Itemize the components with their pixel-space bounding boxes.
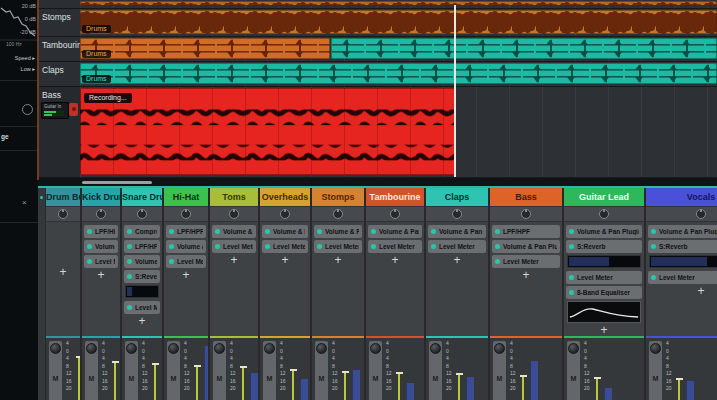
plugin-enabled-dot[interactable] — [317, 229, 322, 234]
track-lane-claps[interactable]: Drums — [80, 62, 717, 87]
add-plugin-button[interactable]: + — [84, 270, 118, 282]
channel-name[interactable]: Tambourine — [366, 188, 424, 206]
add-plugin-button[interactable]: + — [124, 316, 160, 328]
plugin-chip[interactable]: Volume & Pan Plugin — [566, 225, 642, 238]
plugin-enabled-dot[interactable] — [651, 275, 656, 280]
volume-fader[interactable] — [522, 376, 524, 400]
mixer-channel-snare-drum[interactable]: Snare DrumCompressorLPF/HPFVolume & Pan … — [122, 188, 162, 400]
fader-handle[interactable] — [456, 373, 463, 375]
plugin-chip[interactable]: Level Meter — [212, 240, 256, 253]
plugin-chip[interactable]: Volume & Pan Plugin — [212, 225, 256, 238]
plugin-enabled-dot[interactable] — [169, 244, 174, 249]
volume-fader[interactable] — [292, 370, 294, 400]
channel-name[interactable]: Overheads — [260, 188, 310, 206]
plugin-chip[interactable]: Level Meter — [566, 271, 642, 284]
channel-name[interactable]: Drum Bus — [46, 188, 80, 206]
channel-knob-row[interactable] — [164, 206, 208, 222]
pan-knob[interactable] — [568, 343, 579, 354]
plugin-enabled-dot[interactable] — [169, 259, 174, 264]
plugin-chip[interactable]: LPF/HPF — [492, 225, 560, 238]
plugin-enabled-dot[interactable] — [371, 244, 376, 249]
channel-name[interactable]: Bass — [490, 188, 562, 206]
add-plugin-button[interactable]: + — [492, 270, 560, 282]
scrollbar-handle[interactable] — [82, 181, 152, 184]
plugin-enabled-dot[interactable] — [371, 229, 376, 234]
param-row-low[interactable]: Low ▸ — [21, 66, 35, 72]
param-row-speed[interactable]: Speed ▸ — [15, 55, 35, 61]
add-plugin-button[interactable]: + — [262, 255, 308, 267]
pan-knob-icon[interactable] — [137, 209, 147, 219]
plugin-enabled-dot[interactable] — [215, 244, 220, 249]
mixer-channel-bass[interactable]: BassLPF/HPFVolume & Pan PluginLevel Mete… — [490, 188, 562, 400]
mute-button[interactable]: M — [49, 375, 62, 382]
add-plugin-button[interactable]: + — [648, 286, 717, 298]
pan-knob[interactable] — [430, 343, 441, 354]
fader-handle[interactable] — [594, 377, 601, 379]
fader-handle[interactable] — [194, 365, 201, 367]
fader-handle[interactable] — [240, 366, 247, 368]
channel-knob-row[interactable] — [564, 206, 644, 222]
track-lane-partial[interactable] — [80, 0, 717, 9]
channel-name[interactable]: Vocals — [646, 188, 717, 206]
mute-button[interactable]: M — [315, 375, 328, 382]
channel-name[interactable]: Snare Drum — [122, 188, 162, 206]
channel-knob-row[interactable] — [210, 206, 258, 222]
mute-button[interactable]: M — [429, 375, 442, 382]
plugin-chip[interactable]: S:Reverb — [566, 240, 642, 253]
channel-knob-row[interactable] — [490, 206, 562, 222]
plugin-enabled-dot[interactable] — [651, 229, 656, 234]
plugin-chip[interactable]: Level Meter — [492, 255, 560, 268]
channel-name[interactable]: Hi-Hat — [164, 188, 208, 206]
plugin-enabled-dot[interactable] — [127, 259, 132, 264]
playhead[interactable] — [454, 5, 456, 177]
channel-name[interactable]: Kick Drum — [82, 188, 120, 206]
record-arm-button[interactable] — [69, 103, 78, 116]
plugin-chip[interactable]: Volume & Pan Plugin — [262, 225, 308, 238]
channel-name[interactable]: Stomps — [312, 188, 364, 206]
plugin-enabled-dot[interactable] — [431, 244, 436, 249]
mute-button[interactable]: M — [649, 375, 662, 382]
add-plugin-button[interactable]: + — [566, 325, 642, 336]
add-plugin-button[interactable]: + — [314, 255, 362, 267]
plugin-enabled-dot[interactable] — [651, 244, 656, 249]
plugin-chip[interactable]: Volume & Pan Plugin — [428, 225, 486, 238]
track-header-bass[interactable]: Bass Guitar In — [38, 87, 80, 178]
track-header-tambourine[interactable]: Tambourine — [38, 37, 80, 62]
pan-knob-icon[interactable] — [280, 209, 290, 219]
plugin-chip[interactable]: LPF/HPF — [124, 240, 160, 253]
horizontal-scrollbar[interactable] — [38, 178, 717, 186]
audio-clip-drums[interactable]: Drums — [80, 10, 717, 34]
pan-knob-icon[interactable] — [96, 209, 106, 219]
plugin-chip[interactable]: Volume & Pan Plugin — [368, 225, 422, 238]
mixer-channel-stomps[interactable]: StompsVolume & Pan PluginLevel Meter+M40… — [312, 188, 364, 400]
volume-fader[interactable] — [458, 374, 460, 400]
fader-handle[interactable] — [342, 371, 349, 373]
track-header-stomps[interactable]: Stomps — [38, 9, 80, 37]
mute-button[interactable]: M — [263, 375, 276, 382]
plugin-enabled-dot[interactable] — [265, 244, 270, 249]
pan-knob[interactable] — [264, 343, 275, 354]
channel-knob-row[interactable] — [646, 206, 717, 222]
volume-fader[interactable] — [196, 366, 198, 400]
pan-knob-icon[interactable] — [58, 209, 68, 219]
plugin-chip[interactable]: S:Reverb — [648, 240, 717, 253]
fader-handle[interactable] — [76, 356, 81, 358]
volume-fader[interactable] — [114, 362, 116, 400]
add-plugin-button[interactable]: + — [48, 267, 78, 279]
plugin-chip[interactable]: Volume & Pan Plugin — [124, 255, 160, 268]
plugin-chip[interactable]: Level Meter — [262, 240, 308, 253]
plugin-chip[interactable]: LPF/HPF — [84, 225, 118, 238]
mixer-channel-guitar-lead[interactable]: Guitar LeadVolume & Pan PluginS:ReverbLe… — [564, 188, 644, 400]
plugin-enabled-dot[interactable] — [431, 229, 436, 234]
audio-clip[interactable] — [80, 1, 717, 6]
plugin-chip[interactable]: 8-Band Equaliser — [566, 286, 642, 299]
track-lane-tambourine[interactable]: Drums — [80, 37, 717, 62]
mute-button[interactable]: M — [213, 375, 226, 382]
plugin-chip[interactable]: Level Meter — [314, 240, 362, 253]
plugin-chip[interactable]: Level Meter — [368, 240, 422, 253]
plugin-enabled-dot[interactable] — [87, 259, 92, 264]
mute-button[interactable]: M — [167, 375, 180, 382]
pan-knob[interactable] — [370, 343, 381, 354]
channel-knob-row[interactable] — [260, 206, 310, 222]
audio-clip[interactable] — [331, 38, 717, 59]
